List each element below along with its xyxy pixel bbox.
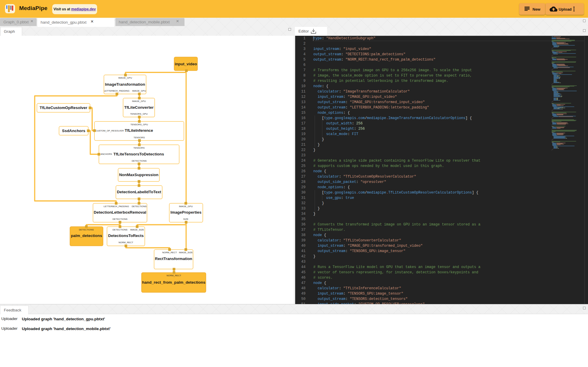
svg-text:LETTERBOX_PADDING: LETTERBOX_PADDING	[104, 205, 129, 208]
svg-text:DetectionLabelIdToText: DetectionLabelIdToText	[117, 190, 161, 194]
svg-text:NonMaxSuppression: NonMaxSuppression	[119, 173, 158, 177]
svg-text:LETTERBOX_PADDING: LETTERBOX_PADDING	[104, 90, 129, 92]
svg-text:DetectionsToRects: DetectionsToRects	[108, 233, 143, 238]
svg-text:NORM_RECT: NORM_RECT	[162, 251, 177, 254]
svg-text:hand_rect_from_palm_detections: hand_rect_from_palm_detections	[142, 280, 205, 285]
svg-text:DETECTIONS: DETECTIONS	[132, 160, 147, 162]
svg-text:DETECTIONS: DETECTIONS	[112, 218, 128, 220]
svg-text:IMAGE_SIZE: IMAGE_SIZE	[179, 251, 193, 254]
svg-text:TENSORS_GPU: TENSORS_GPU	[130, 123, 148, 126]
svg-text:TENSORS: TENSORS	[134, 136, 145, 139]
svg-text:IMAGE_GPU: IMAGE_GPU	[132, 90, 146, 92]
svg-text:SIZE: SIZE	[183, 218, 189, 220]
svg-text:palm_detections: palm_detections	[71, 233, 102, 238]
svg-text:DetectionLetterboxRemoval: DetectionLetterboxRemoval	[94, 210, 146, 215]
svg-text:TfLiteConverter: TfLiteConverter	[124, 105, 154, 110]
svg-text:NORM_RECT: NORM_RECT	[166, 274, 181, 277]
svg-text:NORM_RECT: NORM_RECT	[119, 241, 133, 244]
svg-text:SsdAnchors: SsdAnchors	[62, 129, 85, 133]
svg-text:TfLiteCustomOpResolver: TfLiteCustomOpResolver	[40, 105, 87, 110]
svg-text:DETECTIONS: DETECTIONS	[132, 205, 147, 208]
svg-text:ANCHORS: ANCHORS	[100, 153, 112, 155]
svg-text:DETECTIONS: DETECTIONS	[79, 228, 94, 231]
svg-text:TfLiteInference: TfLiteInference	[125, 128, 153, 133]
svg-text:CUSTOM_OP_RESOLVER: CUSTOM_OP_RESOLVER	[96, 129, 124, 132]
svg-text:DETECTIONS: DETECTIONS	[112, 228, 128, 231]
svg-text:RectTransformation: RectTransformation	[155, 256, 192, 261]
svg-text:IMAGE_SIZE: IMAGE_SIZE	[130, 228, 144, 231]
svg-text:TfLiteTensorsToDetections: TfLiteTensorsToDetections	[113, 152, 164, 156]
svg-text:ImageProperties: ImageProperties	[171, 210, 202, 215]
svg-text:input_video: input_video	[175, 62, 197, 66]
svg-text:TENSORS_GPU: TENSORS_GPU	[130, 113, 148, 115]
svg-text:ImageTransformation: ImageTransformation	[105, 82, 145, 87]
svg-text:IMAGE_GPU: IMAGE_GPU	[179, 205, 193, 208]
svg-text:IMAGE_GPU: IMAGE_GPU	[118, 77, 132, 79]
svg-text:TENSORS: TENSORS	[133, 147, 145, 149]
svg-text:IMAGE_GPU: IMAGE_GPU	[132, 100, 146, 103]
